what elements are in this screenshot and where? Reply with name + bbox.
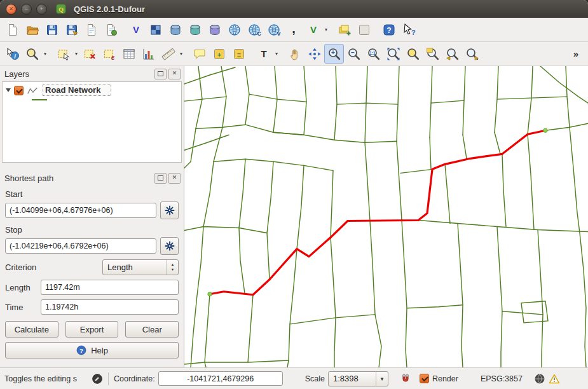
zoom-out-button[interactable]: − (344, 44, 364, 64)
layers-float-button[interactable] (154, 69, 167, 79)
add-vector-layer-icon: V (129, 23, 143, 37)
svg-text:V: V (310, 24, 316, 35)
toolbar-overflow-button[interactable]: » (566, 44, 585, 64)
measure-dropdown[interactable]: ▾ (178, 44, 184, 64)
toggle-editing-icon[interactable] (92, 373, 103, 385)
expand-collapse-icon[interactable] (6, 88, 11, 92)
capture-stop-point-button[interactable] (160, 237, 179, 255)
start-input[interactable] (5, 203, 156, 218)
help-contents-icon: ? (382, 23, 396, 37)
render-checkbox[interactable] (420, 374, 429, 383)
pan-to-selection-button[interactable] (304, 44, 324, 64)
add-wcs-layer-button[interactable]: C (244, 20, 264, 39)
add-raster-layer-button[interactable] (146, 20, 165, 39)
length-output[interactable] (41, 280, 179, 295)
add-wfs-layer-button[interactable]: V (264, 20, 284, 39)
field-calculator-button[interactable] (139, 44, 158, 64)
zoom-last-button[interactable] (442, 44, 462, 64)
add-postgis-layer-button[interactable] (165, 20, 185, 39)
new-shapefile-layer-dropdown[interactable]: ▾ (323, 20, 329, 39)
new-project-button[interactable] (3, 20, 22, 39)
zoom-full-button[interactable] (383, 44, 403, 64)
new-bookmark-button[interactable]: + (209, 44, 229, 64)
stop-render-icon[interactable] (400, 373, 411, 385)
zoom-native-button[interactable]: 1:1 (364, 44, 383, 64)
zoom-in-button[interactable]: + (324, 44, 344, 64)
composer-manager-button[interactable] (101, 20, 121, 39)
layers-tree[interactable]: Road Network (2, 81, 182, 163)
layer-visibility-checkbox[interactable] (14, 86, 24, 95)
new-print-composer-button[interactable] (81, 20, 101, 39)
deselect-features-button[interactable] (79, 44, 99, 64)
help-contents-button[interactable]: ? (379, 20, 399, 39)
add-mssql-layer-button[interactable] (205, 20, 224, 39)
save-project-as-button[interactable] (62, 20, 81, 39)
text-annotation-button[interactable]: T (254, 44, 273, 64)
open-project-button[interactable] (22, 20, 42, 39)
capture-start-point-button[interactable] (160, 201, 179, 219)
svg-text:?: ? (79, 347, 83, 354)
open-attribute-table-button[interactable] (119, 44, 139, 64)
shortest-path-close-button[interactable]: ✕ (168, 173, 181, 184)
add-wms-layer-button[interactable] (224, 20, 244, 39)
help-button[interactable]: ? Help (5, 342, 179, 358)
zoom-to-layer-icon (426, 47, 440, 61)
add-vector-layer-button[interactable]: V (126, 20, 146, 39)
window-maximize-button[interactable] (36, 4, 47, 15)
layers-close-button[interactable]: ✕ (168, 69, 181, 79)
show-bookmarks-button[interactable]: ≡ (229, 44, 249, 64)
scale-combo[interactable]: 1:8398 ▾ (328, 371, 388, 386)
svg-text:,: , (292, 23, 296, 36)
export-button[interactable]: Export (65, 321, 119, 338)
add-spatialite-layer-button[interactable] (185, 20, 205, 39)
new-bookmark-icon: + (212, 47, 226, 61)
window-close-button[interactable] (6, 4, 17, 15)
criterion-value: Length (103, 260, 167, 275)
calculate-button[interactable]: Calculate (5, 321, 58, 338)
save-project-button[interactable] (42, 20, 62, 39)
run-feature-action-dropdown[interactable]: ▾ (42, 44, 48, 64)
criterion-select[interactable]: Length ▲▼ (102, 259, 179, 275)
map-canvas[interactable] (184, 66, 588, 367)
select-features-button[interactable] (53, 44, 73, 64)
svg-text:−: − (351, 49, 355, 56)
add-all-to-overview-button[interactable] (334, 20, 354, 39)
zoom-to-selection-icon (406, 47, 420, 61)
select-features-icon (57, 47, 71, 61)
zoom-to-layer-button[interactable] (423, 44, 442, 64)
shortest-path-float-button[interactable] (154, 173, 167, 184)
dropdown-arrow-icon[interactable]: ▾ (376, 372, 388, 386)
coordinate-input[interactable] (158, 371, 283, 386)
combo-spinner-icon[interactable]: ▲▼ (167, 260, 178, 275)
measure-button[interactable] (158, 44, 178, 64)
new-shapefile-layer-button[interactable]: V (303, 20, 323, 39)
layer-row[interactable]: Road Network (4, 84, 180, 97)
run-feature-action-button[interactable] (22, 44, 42, 64)
messages-warning-icon[interactable] (549, 373, 560, 385)
main-area: Layers ✕ Road Network Shortest path ✕ (0, 66, 588, 367)
text-annotation-dropdown[interactable]: ▾ (273, 44, 280, 64)
select-features-dropdown[interactable]: ▾ (73, 44, 79, 64)
window-minimize-button[interactable] (21, 4, 32, 15)
stop-input[interactable] (5, 238, 156, 254)
zoom-to-selection-button[interactable] (403, 44, 423, 64)
float-icon (158, 175, 163, 181)
select-by-expression-icon: ε (102, 47, 116, 61)
crs-globe-icon[interactable] (534, 373, 545, 385)
time-label: Time (5, 303, 37, 312)
zoom-next-button[interactable] (462, 44, 482, 64)
whats-this-button[interactable]: ? (399, 20, 418, 39)
qgis-logo-icon: Q (55, 3, 67, 15)
crs-status[interactable]: EPSG:3857 (481, 374, 523, 383)
layer-name[interactable]: Road Network (43, 85, 111, 96)
select-by-expression-button[interactable]: ε (99, 44, 119, 64)
identify-features-button[interactable]: i (3, 44, 22, 64)
add-delimited-text-layer-button[interactable]: , (284, 20, 303, 39)
zoom-native-icon: 1:1 (367, 47, 381, 61)
time-output[interactable] (41, 299, 179, 315)
pan-map-button[interactable] (285, 44, 304, 64)
new-map-view-button[interactable] (354, 20, 374, 39)
clear-button[interactable]: Clear (125, 321, 179, 338)
map-tips-button[interactable] (189, 44, 209, 64)
run-feature-action-icon (25, 47, 39, 61)
